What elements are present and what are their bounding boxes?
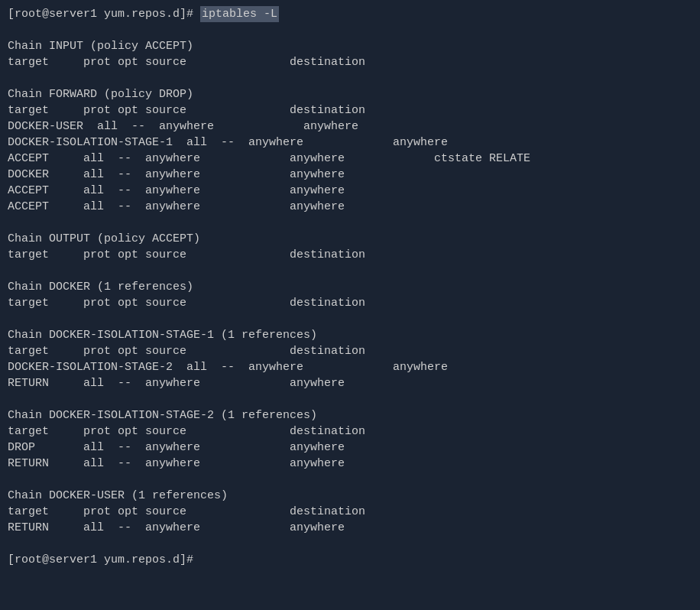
output-line-8: ACCEPT all -- anywhere anywhere ctstate … bbox=[8, 152, 530, 165]
output-line-3 bbox=[8, 72, 15, 85]
output-line-19: Chain DOCKER-ISOLATION-STAGE-1 (1 refere… bbox=[8, 329, 317, 342]
output-line-2: target prot opt source destination bbox=[8, 56, 427, 69]
output-line-23 bbox=[8, 393, 15, 406]
output-line-6: DOCKER-USER all -- anywhere anywhere bbox=[8, 120, 441, 133]
output-line-5: target prot opt source destination bbox=[8, 104, 427, 117]
output-line-26: DROP all -- anywhere anywhere bbox=[8, 441, 427, 454]
output-line-17: target prot opt source destination bbox=[8, 297, 427, 310]
output-line-27: RETURN all -- anywhere anywhere bbox=[8, 457, 427, 470]
output-line-7: DOCKER-ISOLATION-STAGE-1 all -- anywhere… bbox=[8, 136, 530, 149]
prompt: [root@server1 yum.repos.d]# bbox=[8, 6, 200, 22]
output-line-12 bbox=[8, 216, 15, 229]
output-line-20: target prot opt source destination bbox=[8, 345, 427, 358]
output-line-18 bbox=[8, 313, 15, 326]
output-line-1: Chain INPUT (policy ACCEPT) bbox=[8, 40, 193, 53]
output-line-28 bbox=[8, 473, 15, 486]
output-line-31: RETURN all -- anywhere anywhere bbox=[8, 521, 427, 534]
command: iptables -L bbox=[200, 6, 279, 22]
output-line-14: target prot opt source destination bbox=[8, 248, 427, 261]
command-line: [root@server1 yum.repos.d]# iptables -L bbox=[8, 6, 692, 22]
output-line-10: ACCEPT all -- anywhere anywhere bbox=[8, 184, 427, 197]
output-line-30: target prot opt source destination bbox=[8, 505, 427, 518]
output-line-29: Chain DOCKER-USER (1 references) bbox=[8, 489, 228, 502]
terminal-output: Chain INPUT (policy ACCEPT) target prot … bbox=[8, 22, 692, 552]
output-line-25: target prot opt source destination bbox=[8, 425, 427, 438]
output-line-24: Chain DOCKER-ISOLATION-STAGE-2 (1 refere… bbox=[8, 409, 317, 422]
final-prompt-line: [root@server1 yum.repos.d]# bbox=[8, 552, 692, 568]
output-line-22: RETURN all -- anywhere anywhere bbox=[8, 377, 427, 390]
output-line-9: DOCKER all -- anywhere anywhere bbox=[8, 168, 427, 181]
final-prompt: [root@server1 yum.repos.d]# bbox=[8, 552, 200, 568]
output-line-4: Chain FORWARD (policy DROP) bbox=[8, 88, 193, 101]
output-line-13: Chain OUTPUT (policy ACCEPT) bbox=[8, 232, 200, 245]
output-line-15 bbox=[8, 264, 15, 277]
output-line-11: ACCEPT all -- anywhere anywhere bbox=[8, 200, 427, 213]
terminal: [root@server1 yum.repos.d]# iptables -L … bbox=[8, 6, 692, 568]
output-line-16: Chain DOCKER (1 references) bbox=[8, 281, 193, 294]
output-line-21: DOCKER-ISOLATION-STAGE-2 all -- anywhere… bbox=[8, 361, 530, 374]
